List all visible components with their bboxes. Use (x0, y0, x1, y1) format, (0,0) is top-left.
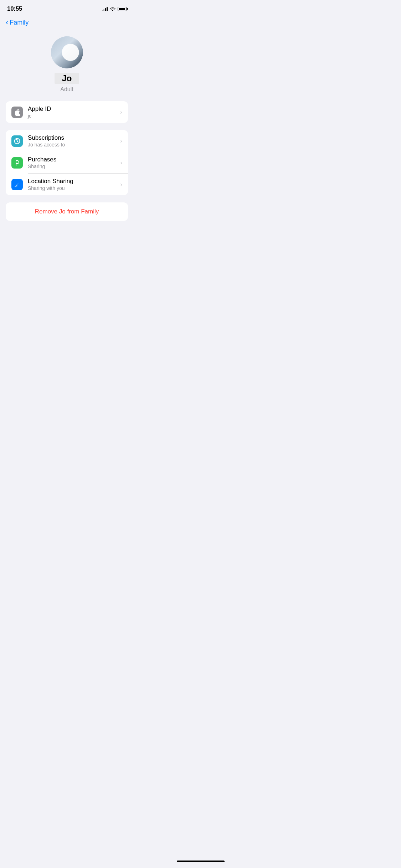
apple-id-row[interactable]: Apple ID jc › (6, 101, 128, 123)
apple-id-icon (11, 107, 23, 118)
purchases-chevron-icon: › (120, 159, 122, 166)
apple-id-title: Apple ID (28, 105, 117, 113)
remove-from-family-label: Remove Jo from Family (35, 208, 99, 215)
location-sharing-chevron-icon: › (120, 181, 122, 188)
settings-card: Subscriptions Jo has access to › Purchas… (6, 130, 128, 195)
purchases-title: Purchases (28, 156, 117, 163)
apple-id-content: Apple ID jc (28, 105, 117, 119)
location-sharing-row[interactable]: Location Sharing Sharing with you › (6, 174, 128, 195)
back-label: Family (10, 19, 29, 26)
subscriptions-content: Subscriptions Jo has access to (28, 134, 117, 148)
wifi-icon (110, 7, 115, 11)
subscriptions-subtitle: Jo has access to (28, 142, 117, 148)
purchases-subtitle: Sharing (28, 164, 117, 169)
profile-role: Adult (60, 86, 73, 93)
profile-section: Jo Adult (0, 31, 134, 101)
status-time: 10:55 (7, 5, 22, 12)
back-chevron-icon: ‹ (6, 19, 8, 26)
subscriptions-chevron-icon: › (120, 138, 122, 145)
purchases-content: Purchases Sharing (28, 156, 117, 169)
apple-id-subtitle: jc (28, 113, 117, 119)
apple-id-card: Apple ID jc › (6, 101, 128, 123)
signal-icon (102, 7, 108, 11)
location-sharing-subtitle: Sharing with you (28, 185, 117, 191)
back-navigation[interactable]: ‹ Family (0, 16, 134, 31)
status-icons (102, 7, 127, 11)
status-bar: 10:55 (0, 0, 134, 16)
subscriptions-title: Subscriptions (28, 134, 117, 141)
avatar (51, 36, 83, 68)
location-sharing-icon (11, 179, 23, 190)
apple-id-chevron-icon: › (120, 109, 122, 116)
location-sharing-title: Location Sharing (28, 178, 117, 185)
purchases-icon (11, 157, 23, 169)
purchases-row[interactable]: Purchases Sharing › (6, 152, 128, 174)
remove-from-family-card[interactable]: Remove Jo from Family (6, 202, 128, 221)
location-sharing-content: Location Sharing Sharing with you (28, 178, 117, 191)
subscriptions-icon (11, 135, 23, 147)
battery-icon (118, 7, 127, 11)
profile-name: Jo (55, 73, 79, 84)
subscriptions-row[interactable]: Subscriptions Jo has access to › (6, 130, 128, 152)
